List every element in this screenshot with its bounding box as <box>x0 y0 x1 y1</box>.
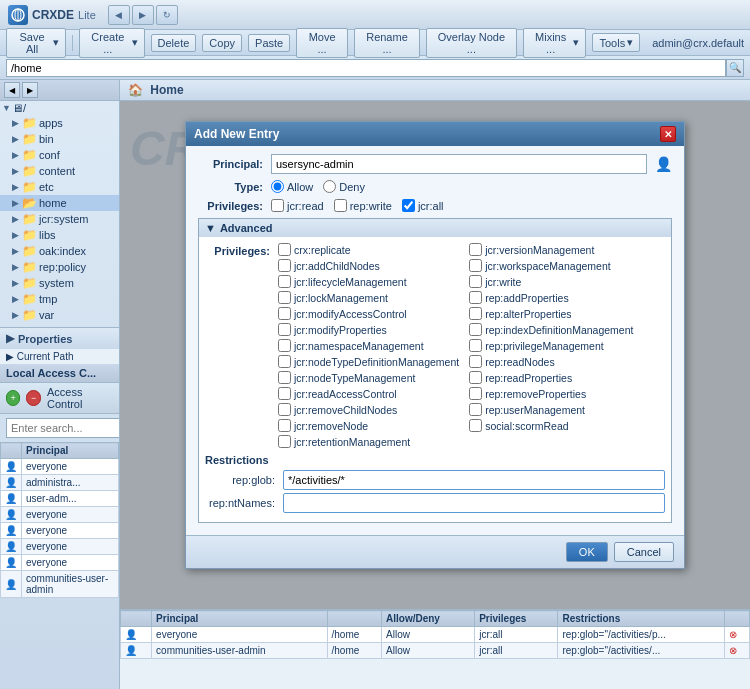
row-principal: user-adm... <box>22 491 119 507</box>
modal-scroll-area[interactable]: Principal: 👤 Type: Allow <box>186 146 684 535</box>
app-logo: CRXDE Lite <box>8 5 96 25</box>
table-row: 👤 everyone /home Allow jcr:all rep:glob=… <box>121 627 750 643</box>
priv-rep-index-def-mgmt: rep:indexDefinitionManagement <box>469 323 650 336</box>
r-del: ⊗ <box>724 627 749 643</box>
mixins-button[interactable]: Mixins ... ▾ <box>523 28 587 58</box>
rep-nt-input[interactable] <box>283 493 665 513</box>
rep-add-props-cb[interactable] <box>469 291 482 304</box>
sidebar-item-content[interactable]: ▶ 📁 content <box>0 163 119 179</box>
sidebar-item-oak-index[interactable]: ▶ 📁 oak:index <box>0 243 119 259</box>
tools-button[interactable]: Tools ▾ <box>592 33 640 52</box>
allow-radio[interactable] <box>271 180 284 193</box>
principal-input[interactable] <box>271 154 647 174</box>
crx-replicate-cb[interactable] <box>278 243 291 256</box>
address-input[interactable] <box>6 59 726 77</box>
jcr-all-checkbox[interactable] <box>402 199 415 212</box>
save-all-button[interactable]: Save All ▾ <box>6 28 66 58</box>
tree-root[interactable]: ▼ 🖥 / <box>0 101 119 115</box>
social-scorm-read-cb[interactable] <box>469 419 482 432</box>
sidebar-item-etc[interactable]: ▶ 📁 etc <box>0 179 119 195</box>
jcr-modify-props-cb[interactable] <box>278 323 291 336</box>
jcr-write-cb[interactable] <box>469 275 482 288</box>
cancel-button[interactable]: Cancel <box>614 542 674 562</box>
rep-read-nodes-cb[interactable] <box>469 355 482 368</box>
sidebar-item-system[interactable]: ▶ 📁 system <box>0 275 119 291</box>
create-button[interactable]: Create ... ▾ <box>79 28 144 58</box>
rep-remove-props-cb[interactable] <box>469 387 482 400</box>
jcr-read-ac-cb[interactable] <box>278 387 291 400</box>
rep-read-props-cb[interactable] <box>469 371 482 384</box>
sidebar-item-bin[interactable]: ▶ 📁 bin <box>0 131 119 147</box>
jcr-nodetype-mgmt-cb[interactable] <box>278 371 291 384</box>
sidebar-item-libs[interactable]: ▶ 📁 libs <box>0 227 119 243</box>
var-toggle: ▶ <box>12 310 22 320</box>
row-icon: 👤 <box>1 459 22 475</box>
deny-radio[interactable] <box>323 180 336 193</box>
deny-radio-label: Deny <box>323 180 365 193</box>
sidebar-item-tmp[interactable]: ▶ 📁 tmp <box>0 291 119 307</box>
move-button[interactable]: Move ... <box>296 28 348 58</box>
collapse-btn[interactable]: ◀ <box>4 82 20 98</box>
bin-toggle: ▶ <box>12 134 22 144</box>
jcr-lock-mgmt-cb[interactable] <box>278 291 291 304</box>
overlay-node-button[interactable]: Overlay Node ... <box>426 28 517 58</box>
jcr-read-checkbox[interactable] <box>271 199 284 212</box>
r-icon: 👤 <box>121 643 152 659</box>
jcr-lifecycle-mgmt-cb[interactable] <box>278 275 291 288</box>
jcr-workspace-mgmt-cb[interactable] <box>469 259 482 272</box>
search-input[interactable] <box>6 418 120 438</box>
libs-folder-icon: 📁 <box>22 228 37 242</box>
jcr-modify-ac-cb[interactable] <box>278 307 291 320</box>
sidebar-item-jcr-system[interactable]: ▶ 📁 jcr:system <box>0 211 119 227</box>
nav-refresh-btn[interactable]: ↻ <box>156 5 178 25</box>
jcr-namespace-mgmt-cb[interactable] <box>278 339 291 352</box>
tmp-folder-icon: 📁 <box>22 292 37 306</box>
col-icon <box>1 443 22 459</box>
remove-entry-button[interactable]: − <box>26 390 40 406</box>
sidebar-item-conf[interactable]: ▶ 📁 conf <box>0 147 119 163</box>
properties-toggle-icon: ▶ <box>6 332 14 345</box>
nav-back-btn[interactable]: ◀ <box>108 5 130 25</box>
rep-priv-mgmt-cb[interactable] <box>469 339 482 352</box>
priv-rep-add-props: rep:addProperties <box>469 291 650 304</box>
rep-glob-input[interactable] <box>283 470 665 490</box>
jcr-remove-node-cb[interactable] <box>278 419 291 432</box>
jcr-remove-child-cb[interactable] <box>278 403 291 416</box>
ok-button[interactable]: OK <box>566 542 608 562</box>
jcr-version-mgmt-cb[interactable] <box>469 243 482 256</box>
col-restrictions-h: Restrictions <box>558 611 724 627</box>
modal-close-button[interactable]: ✕ <box>660 126 676 142</box>
rep-alter-props-cb[interactable] <box>469 307 482 320</box>
priv-jcr-write: jcr:write <box>469 275 650 288</box>
sidebar-item-rep-policy[interactable]: ▶ 📁 rep:policy <box>0 259 119 275</box>
sidebar-item-apps[interactable]: ▶ 📁 apps <box>0 115 119 131</box>
current-path-section: ▶ Current Path <box>0 349 119 364</box>
delete-icon[interactable]: ⊗ <box>729 629 737 640</box>
rep-index-def-mgmt-cb[interactable] <box>469 323 482 336</box>
copy-button[interactable]: Copy <box>202 34 242 52</box>
delete-icon[interactable]: ⊗ <box>729 645 737 656</box>
add-entry-button[interactable]: + <box>6 390 20 406</box>
search-bar <box>0 414 119 442</box>
jcr-add-child-cb[interactable] <box>278 259 291 272</box>
jcr-retention-mgmt-cb[interactable] <box>278 435 291 448</box>
rep-nt-row: rep:ntNames: <box>205 493 665 513</box>
sidebar-header: ◀ ▶ <box>0 80 119 101</box>
rep-user-mgmt-cb[interactable] <box>469 403 482 416</box>
jcr-nodetype-def-mgmt-cb[interactable] <box>278 355 291 368</box>
expand-btn[interactable]: ▶ <box>22 82 38 98</box>
advanced-header[interactable]: ▼ Advanced <box>199 219 671 237</box>
rename-button[interactable]: Rename ... <box>354 28 420 58</box>
r-del: ⊗ <box>724 643 749 659</box>
r-path: /home <box>327 643 381 659</box>
rep-write-checkbox[interactable] <box>334 199 347 212</box>
address-search-button[interactable]: 🔍 <box>726 59 744 77</box>
adv-privileges-label: Privileges: <box>205 245 270 257</box>
nav-forward-btn[interactable]: ▶ <box>132 5 154 25</box>
toolbar-user: admin@crx.default <box>652 37 744 49</box>
sidebar-item-var[interactable]: ▶ 📁 var <box>0 307 119 323</box>
delete-button[interactable]: Delete <box>151 34 197 52</box>
table-row: 👤 everyone <box>1 555 119 571</box>
sidebar-item-home[interactable]: ▶ 📂 home <box>0 195 119 211</box>
paste-button[interactable]: Paste <box>248 34 290 52</box>
